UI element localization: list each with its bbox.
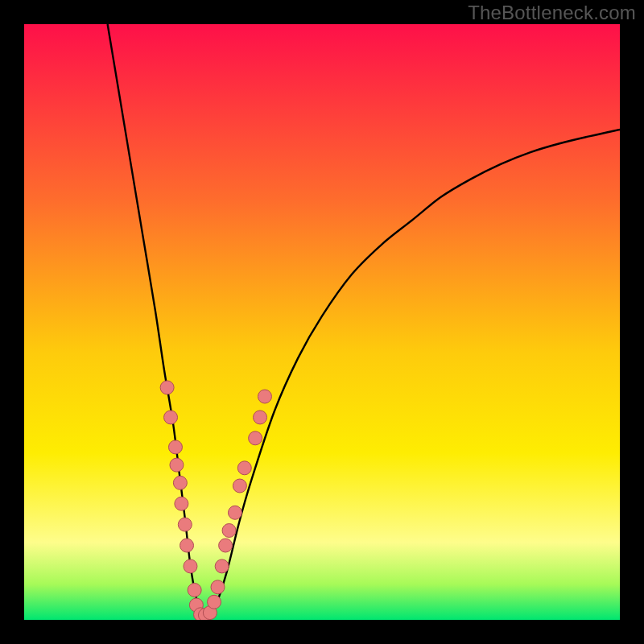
data-marker [237,461,251,475]
plot-area [24,24,620,620]
data-marker [160,381,174,394]
data-marker [254,411,267,424]
data-marker [211,580,225,594]
data-marker [249,431,262,445]
gradient-background [24,24,620,620]
data-marker [215,559,229,573]
data-marker [258,390,271,403]
data-marker [222,524,236,538]
data-marker [170,458,184,472]
data-marker [184,559,197,573]
watermark-text: TheBottleneck.com [468,2,636,24]
data-marker [173,476,187,489]
data-marker [188,584,201,597]
data-marker [164,411,178,424]
data-marker [233,479,246,493]
data-marker [219,539,233,552]
data-marker [208,595,221,609]
data-marker [178,518,192,531]
data-marker [228,506,242,519]
chart-container: TheBottleneck.com [0,0,644,644]
data-marker [180,539,194,552]
data-marker [168,440,182,454]
data-marker [175,497,188,510]
plot-svg [24,24,620,620]
